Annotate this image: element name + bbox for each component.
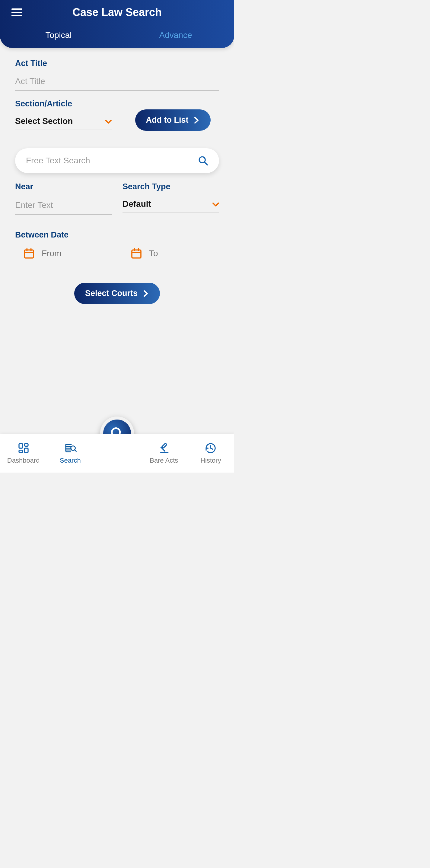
chevron-down-icon [105, 116, 112, 126]
nav-history-label: History [200, 457, 221, 464]
near-input[interactable] [15, 197, 112, 215]
nav-search[interactable]: Search [47, 434, 93, 472]
calendar-icon [131, 247, 142, 259]
bottom-nav: Dashboard Search Bare Acts History [0, 434, 234, 472]
nav-dashboard-label: Dashboard [7, 457, 40, 464]
date-to-field[interactable]: To [122, 245, 219, 265]
date-from-field[interactable]: From [15, 245, 112, 265]
svg-rect-6 [132, 250, 141, 258]
act-title-input[interactable] [15, 73, 219, 91]
add-to-list-button[interactable]: Add to List [135, 110, 211, 131]
nav-spacer [93, 434, 140, 472]
tab-topical[interactable]: Topical [0, 24, 117, 48]
svg-rect-15 [19, 450, 23, 453]
books-search-icon [64, 442, 77, 454]
act-title-label: Act Title [15, 59, 219, 68]
page-title: Case Law Search [0, 6, 234, 19]
date-from-text: From [41, 249, 61, 258]
app-header: Case Law Search Topical Advance [0, 0, 234, 48]
svg-rect-12 [19, 444, 23, 448]
svg-line-1 [205, 162, 207, 165]
svg-line-17 [75, 450, 76, 452]
free-text-search-input[interactable] [26, 156, 198, 165]
chevron-down-icon [212, 199, 219, 209]
gavel-icon [157, 442, 170, 454]
section-label: Section/Article [15, 99, 112, 108]
history-icon [204, 442, 217, 454]
section-select-value: Select Section [15, 116, 73, 126]
search-tabs: Topical Advance [0, 24, 234, 48]
menu-icon[interactable] [11, 8, 22, 16]
nav-search-label: Search [60, 457, 81, 464]
search-type-value: Default [122, 199, 151, 209]
near-label: Near [15, 182, 112, 191]
svg-rect-13 [24, 444, 28, 446]
chevron-right-icon [142, 290, 149, 297]
between-date-label: Between Date [15, 230, 219, 240]
calendar-icon [23, 247, 35, 259]
chevron-right-icon [193, 117, 200, 124]
svg-rect-2 [24, 250, 33, 258]
advance-search-form: Act Title Section/Article Select Section… [0, 48, 234, 304]
nav-dashboard[interactable]: Dashboard [0, 434, 47, 472]
add-to-list-label: Add to List [146, 116, 189, 125]
nav-history[interactable]: History [188, 434, 234, 472]
nav-bare-acts-label: Bare Acts [150, 457, 178, 464]
search-type-select[interactable]: Default [122, 197, 219, 213]
date-to-text: To [149, 249, 158, 258]
search-type-label: Search Type [122, 182, 219, 191]
search-icon[interactable] [198, 156, 208, 166]
select-courts-label: Select Courts [85, 289, 138, 298]
section-select[interactable]: Select Section [15, 114, 112, 130]
nav-bare-acts[interactable]: Bare Acts [141, 434, 188, 472]
dashboard-icon [17, 442, 30, 454]
select-courts-button[interactable]: Select Courts [74, 283, 160, 304]
tab-advance[interactable]: Advance [117, 24, 234, 48]
free-text-search-container [15, 148, 219, 173]
svg-rect-14 [24, 448, 28, 453]
svg-rect-18 [162, 443, 167, 448]
